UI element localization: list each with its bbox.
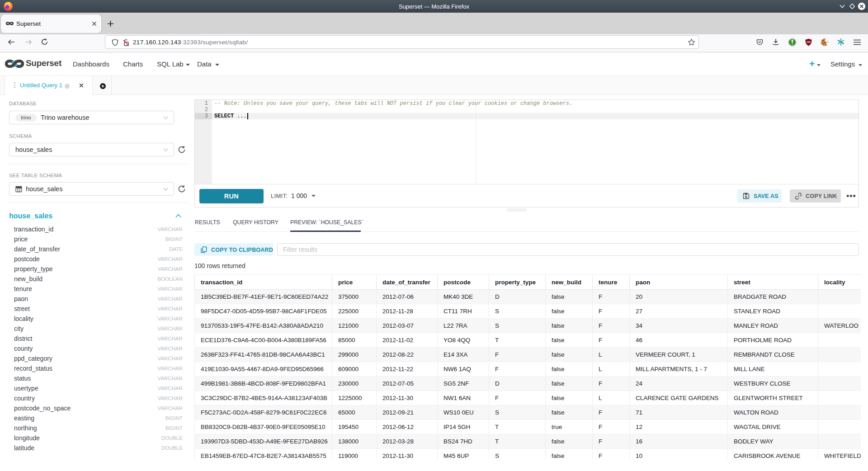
svg-text:UO: UO	[807, 41, 811, 43]
